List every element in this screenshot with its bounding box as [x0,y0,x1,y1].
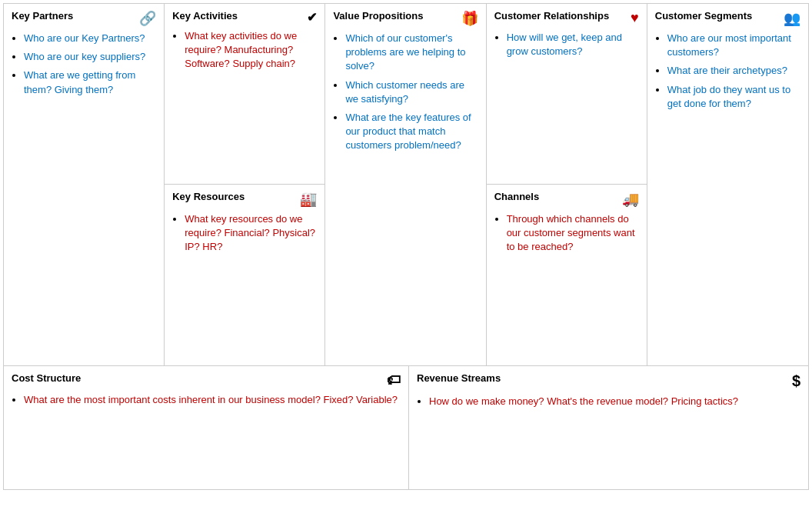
key-partners-header: Key Partners 🔗 [12,10,156,27]
bottom-section: Cost Structure 🏷 What are the most impor… [4,365,808,489]
value-propositions-icon: 🎁 [461,10,478,27]
list-item: What job do they want us to get done for… [667,83,800,111]
customer-relationships-icon: ♥ [631,10,639,26]
key-activities-icon: ✔ [307,10,317,25]
list-item: Which customer needs are we satisfying? [345,78,478,106]
customer-segments-list: Who are our most important customers? Wh… [655,32,800,111]
key-partners-cell: Key Partners 🔗 Who are our Key Partners?… [4,4,165,365]
list-item: Which of our customer's problems are we … [345,32,478,74]
customer-relationships-cell: Customer Relationships ♥ How will we get… [487,4,647,185]
revenue-streams-list: How do we make money? What's the revenue… [417,395,800,408]
channels-header: Channels 🚚 [494,191,639,208]
cost-structure-header: Cost Structure 🏷 [12,372,401,388]
list-item: What are their archetypes? [667,64,800,78]
key-partners-list: Who are our Key Partners? Who are our ke… [12,32,156,97]
list-item: Who are our Key Partners? [24,32,156,45]
key-resources-icon: 🏭 [300,191,317,208]
list-item: Who are our key suppliers? [24,50,156,64]
list-item: What key resources do we require? Financ… [185,212,317,255]
business-model-canvas: Key Partners 🔗 Who are our Key Partners?… [3,3,809,490]
key-partners-icon: 🔗 [139,10,156,27]
revenue-streams-header: Revenue Streams $ [417,372,800,390]
cost-structure-cell: Cost Structure 🏷 What are the most impor… [4,366,409,489]
list-item: What key activities do we require? Manuf… [185,29,317,72]
channels-icon: 🚚 [622,191,639,208]
customer-segments-header: Customer Segments 👥 [655,10,800,27]
relationships-channels-column: Customer Relationships ♥ How will we get… [487,4,647,365]
list-item: Who are our most important customers? [667,32,800,59]
top-section: Key Partners 🔗 Who are our Key Partners?… [4,4,808,365]
channels-list: Through which channels do our customer s… [494,212,639,255]
list-item: How will we get, keep and grow customers… [507,31,639,58]
channels-cell: Channels 🚚 Through which channels do our… [487,185,647,365]
cost-structure-list: What are the most important costs inhere… [12,393,401,407]
key-resources-cell: Key Resources 🏭 What key resources do we… [165,185,324,365]
key-partners-title: Key Partners [12,10,73,22]
list-item: Through which channels do our customer s… [507,212,639,255]
key-resources-title: Key Resources [172,191,245,202]
value-propositions-title: Value Propositions [333,10,423,22]
key-activities-title: Key Activities [172,10,238,22]
customer-segments-cell: Customer Segments 👥 Who are our most imp… [647,4,808,365]
customer-relationships-header: Customer Relationships ♥ [494,10,639,26]
cost-structure-title: Cost Structure [12,372,81,384]
key-activities-cell: Key Activities ✔ What key activities do … [165,4,324,185]
key-resources-header: Key Resources 🏭 [172,191,317,208]
cost-structure-icon: 🏷 [387,372,401,388]
list-item: What are the key features of our product… [345,111,478,153]
activities-resources-column: Key Activities ✔ What key activities do … [165,4,325,365]
revenue-streams-title: Revenue Streams [417,372,501,384]
list-item: How do we make money? What's the revenue… [429,395,800,408]
customer-relationships-list: How will we get, keep and grow customers… [494,31,639,58]
customer-relationships-title: Customer Relationships [494,10,610,22]
list-item: What are we getting from them? Giving th… [24,68,156,96]
revenue-streams-icon: $ [792,372,800,390]
value-propositions-list: Which of our customer's problems are we … [333,32,478,153]
customer-segments-title: Customer Segments [655,10,752,22]
revenue-streams-cell: Revenue Streams $ How do we make money? … [409,366,808,489]
key-resources-list: What key resources do we require? Financ… [172,212,317,255]
customer-segments-icon: 👥 [784,10,800,27]
value-propositions-cell: Value Propositions 🎁 Which of our custom… [325,4,486,365]
key-activities-list: What key activities do we require? Manuf… [172,29,317,72]
key-activities-header: Key Activities ✔ [172,10,317,25]
channels-title: Channels [494,191,540,202]
list-item: What are the most important costs inhere… [24,393,401,407]
value-propositions-header: Value Propositions 🎁 [333,10,478,27]
